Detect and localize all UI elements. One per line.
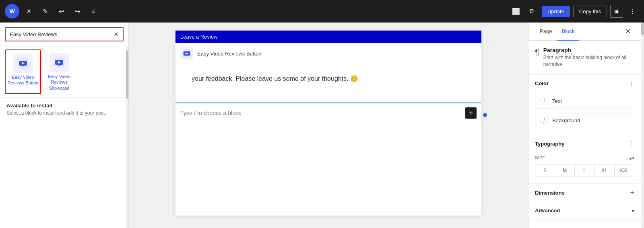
wp-logo: W: [5, 4, 19, 18]
color-section-title: Color: [535, 80, 549, 86]
canvas-area: Leave a Review Easy Video Reviews Button…: [129, 23, 528, 228]
copy-this-button[interactable]: Copy this: [573, 6, 607, 17]
size-label-text: SIZE: [535, 155, 545, 160]
sidebar-icon: ▣: [614, 8, 619, 14]
search-input[interactable]: [10, 31, 111, 37]
chevron-down-icon: ▾: [632, 207, 634, 214]
color-background-label: Background: [552, 117, 580, 123]
block-label-showcase: Easy Video Reviews Showcase: [43, 74, 76, 91]
color-text-label: Text: [552, 98, 562, 104]
search-clear-button[interactable]: ✕: [114, 31, 119, 38]
dimensions-section-header[interactable]: Dimensions +: [528, 184, 641, 202]
dimensions-section-title: Dimensions: [535, 190, 565, 196]
page-paragraph: your feedback. Please leave us some of y…: [192, 75, 465, 82]
typography-section-title: Typography: [535, 141, 564, 147]
color-section-more[interactable]: ⋮: [628, 80, 634, 87]
color-background-circle: /: [540, 117, 548, 125]
block-add-button[interactable]: +: [465, 107, 477, 119]
close-icon: ✕: [27, 8, 31, 14]
block-icon-showcase: [50, 53, 69, 72]
page-canvas: Leave a Review Easy Video Reviews Button…: [175, 31, 481, 216]
block-input-field[interactable]: [180, 110, 462, 116]
color-text-option[interactable]: / Text: [535, 94, 634, 109]
text-input-block: +: [175, 103, 481, 123]
close-editor-button[interactable]: ✕: [23, 5, 35, 18]
more-options-button[interactable]: ⋮: [626, 5, 639, 18]
tools-icon: ✎: [43, 8, 48, 15]
toolbar-right: ⬜ ⧉ Update Copy this ▣ ⋮: [510, 5, 639, 18]
sidebar-toggle-button[interactable]: ▣: [610, 5, 623, 18]
advanced-section-title: Advanced: [535, 207, 560, 214]
block-label-button: Easy Video Reviews Button: [7, 74, 39, 86]
advanced-section: Advanced ▾: [528, 202, 641, 220]
global-scrollbar-thumb[interactable]: [641, 23, 644, 35]
update-button[interactable]: Update: [542, 6, 570, 17]
size-buttons: S M L XL XXL: [535, 164, 634, 177]
block-input-row: +: [175, 103, 481, 123]
menu-icon: ≡: [91, 8, 95, 15]
sidebar-close-button[interactable]: ✕: [622, 23, 634, 40]
block-item-button[interactable]: Easy Video Reviews Button: [5, 49, 41, 94]
sidebar-block-info: ¶ Paragraph Start with the basic buildin…: [528, 41, 641, 75]
tab-block[interactable]: Block: [557, 23, 579, 41]
advanced-chevron-button[interactable]: ▾: [632, 207, 634, 214]
plus-icon: +: [469, 109, 473, 117]
block-icon-button: [13, 53, 33, 73]
typography-section-header[interactable]: Typography ⋮: [528, 135, 641, 152]
blue-dot-indicator: [483, 113, 487, 117]
monitor-view-button[interactable]: ⬜: [510, 5, 522, 18]
color-options: / Text / Background: [528, 92, 641, 135]
scrollbar-thumb[interactable]: [126, 50, 128, 99]
size-btn-s[interactable]: S: [535, 164, 555, 177]
redo-icon: ↪: [75, 8, 80, 15]
block-suggestion-header: Leave a Review: [175, 31, 481, 43]
sidebar-close-icon: ✕: [625, 27, 631, 35]
color-text-slash: /: [543, 98, 545, 105]
color-background-option[interactable]: / Background: [535, 113, 634, 128]
menu-button[interactable]: ≡: [87, 5, 100, 18]
typography-section-more[interactable]: ⋮: [628, 140, 634, 148]
color-section-header[interactable]: Color ⋮: [528, 75, 641, 92]
available-section: Available to install Select a block to i…: [0, 97, 128, 121]
block-item-showcase[interactable]: Easy Video Reviews Showcase: [41, 49, 77, 94]
paragraph-icon: ¶: [535, 48, 539, 57]
size-label: SIZE ⇌: [535, 154, 634, 162]
para-desc: Start with the basic building block of a…: [543, 54, 634, 68]
size-adjust-icon[interactable]: ⇌: [629, 154, 635, 162]
external-link-icon: ⧉: [530, 8, 534, 15]
color-bg-slash: /: [543, 117, 545, 124]
block-suggestion-dropdown: Leave a Review Easy Video Reviews Button: [175, 31, 481, 64]
main-layout: ✕ Easy Video Reviews Button: [0, 23, 644, 228]
svg-rect-7: [58, 65, 61, 66]
external-link-button[interactable]: ⧉: [526, 5, 539, 18]
undo-icon: ↩: [59, 8, 64, 15]
size-btn-xl[interactable]: XL: [595, 164, 615, 177]
blocks-grid: Easy Video Reviews Button Easy Video Rev…: [0, 46, 128, 97]
available-desc: Select a block to install and add it to …: [6, 110, 122, 116]
size-btn-xxl[interactable]: XXL: [615, 164, 634, 177]
suggestion-label: Easy Video Reviews Button: [197, 51, 261, 57]
sidebar-tabs: Page Block ✕: [528, 23, 641, 41]
undo-button[interactable]: ↩: [55, 5, 68, 18]
redo-button[interactable]: ↪: [71, 5, 84, 18]
size-btn-m[interactable]: M: [555, 164, 575, 177]
para-title: Paragraph: [543, 47, 634, 53]
monitor-icon: ⬜: [512, 8, 520, 15]
available-title: Available to install: [6, 103, 122, 109]
video-showcase-icon: [54, 57, 65, 68]
svg-rect-3: [21, 66, 25, 66]
size-btn-l[interactable]: L: [575, 164, 594, 177]
advanced-section-header[interactable]: Advanced ▾: [528, 202, 641, 219]
dimensions-section: Dimensions +: [528, 184, 641, 202]
more-icon: ⋮: [630, 8, 636, 15]
left-panel-inner: Easy Video Reviews Button Easy Video Rev…: [0, 46, 128, 228]
color-section: Color ⋮ / Text / Background: [528, 75, 641, 135]
suggestion-icon: [180, 47, 193, 60]
dimensions-add-button[interactable]: +: [630, 189, 634, 197]
video-reviews-icon: [17, 58, 29, 69]
tools-button[interactable]: ✎: [39, 5, 52, 18]
search-box: ✕: [5, 27, 124, 41]
block-suggestion-item[interactable]: Easy Video Reviews Button: [175, 43, 481, 64]
tab-page[interactable]: Page: [535, 23, 557, 41]
color-text-circle: /: [540, 97, 548, 105]
